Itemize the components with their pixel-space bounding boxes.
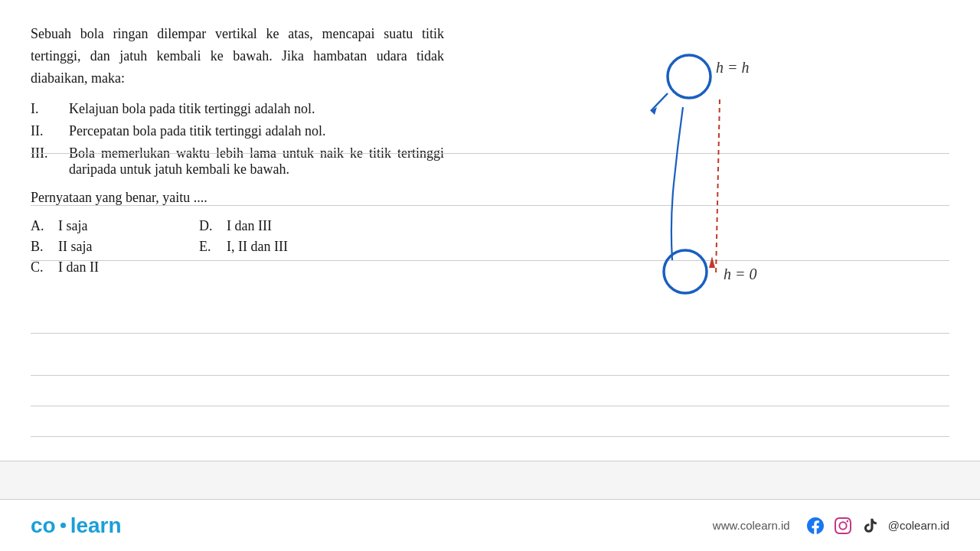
statements-list: I. Kelajuan bola pada titik tertinggi ad… bbox=[31, 101, 444, 178]
svg-point-5 bbox=[664, 250, 707, 293]
option-e-letter: E. bbox=[199, 239, 220, 255]
option-b-letter: B. bbox=[31, 239, 52, 255]
question-intro: Sebuah bola ringan dilempar vertikal ke … bbox=[31, 23, 444, 89]
svg-text:h = 0: h = 0 bbox=[724, 266, 757, 282]
option-c: C. I dan II bbox=[31, 259, 199, 276]
option-a-text: I saja bbox=[58, 218, 87, 234]
physics-diagram: h = h h = 0 bbox=[628, 38, 796, 298]
svg-line-1 bbox=[651, 93, 668, 111]
right-panel: h = h h = 0 bbox=[444, 23, 949, 453]
option-d-letter: D. bbox=[199, 218, 220, 234]
option-d: D. I dan III bbox=[199, 218, 368, 234]
option-c-letter: C. bbox=[31, 259, 52, 276]
statement-1-text: Kelajuan bola pada titik tertinggi adala… bbox=[69, 101, 444, 117]
social-handle: @colearn.id bbox=[888, 519, 949, 532]
option-b-text: II saja bbox=[58, 239, 92, 255]
footer-url: www.colearn.id bbox=[713, 519, 790, 532]
options-grid: A. I saja D. I dan III B. II saja E. I, … bbox=[31, 218, 444, 276]
svg-text:h = h: h = h bbox=[716, 59, 750, 76]
footer-logo: co learn bbox=[31, 514, 122, 538]
option-e-text: I, II dan III bbox=[227, 239, 288, 255]
footer: co learn www.colearn.id bbox=[0, 499, 980, 551]
option-e: E. I, II dan III bbox=[199, 239, 368, 255]
option-b: B. II saja bbox=[31, 239, 199, 255]
tiktok-icon bbox=[861, 516, 880, 536]
left-panel: Sebuah bola ringan dilempar vertikal ke … bbox=[31, 23, 444, 453]
footer-social: @colearn.id bbox=[805, 516, 949, 536]
statement-2: II. Percepatan bola pada titik tertinggi… bbox=[31, 123, 444, 139]
option-a: A. I saja bbox=[31, 218, 199, 234]
option-d-text: I dan III bbox=[227, 218, 272, 234]
logo-dot bbox=[60, 523, 66, 528]
footer-right: www.colearn.id bbox=[713, 516, 949, 536]
main-container: Sebuah bola ringan dilempar vertikal ke … bbox=[0, 0, 980, 551]
svg-point-0 bbox=[668, 55, 710, 98]
statement-3-text: Bola memerlukan waktu lebih lama untuk n… bbox=[69, 145, 444, 178]
option-c-text: I dan II bbox=[58, 259, 99, 276]
svg-marker-6 bbox=[709, 256, 715, 268]
instagram-icon bbox=[833, 516, 853, 536]
statement-3: III. Bola memerlukan waktu lebih lama un… bbox=[31, 145, 444, 178]
svg-line-4 bbox=[716, 99, 720, 276]
statement-2-text: Percepatan bola pada titik tertinggi ada… bbox=[69, 123, 444, 139]
content-area: Sebuah bola ringan dilempar vertikal ke … bbox=[0, 0, 980, 461]
logo-text: co bbox=[31, 514, 56, 538]
statement-1-num: I. bbox=[31, 101, 69, 117]
logo-text-2: learn bbox=[70, 514, 122, 538]
statement-2-num: II. bbox=[31, 123, 69, 139]
facebook-icon bbox=[805, 516, 825, 536]
statement-1: I. Kelajuan bola pada titik tertinggi ad… bbox=[31, 101, 444, 117]
gap-area bbox=[0, 461, 980, 499]
pernyataan-label: Pernyataan yang benar, yaitu .... bbox=[31, 190, 444, 206]
option-a-letter: A. bbox=[31, 218, 52, 234]
statement-3-num: III. bbox=[31, 145, 69, 178]
